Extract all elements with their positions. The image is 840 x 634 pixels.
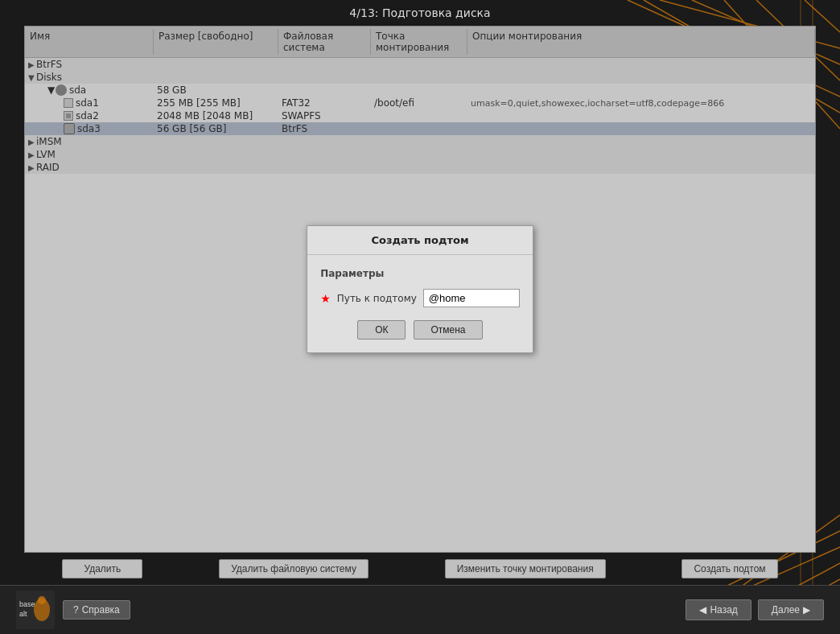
- modal-buttons: ОК Отмена: [320, 320, 520, 340]
- action-bar: Удалить Удалить файловую систему Изменит…: [0, 553, 840, 585]
- logo-icon: base alt: [16, 591, 55, 629]
- change-mount-button[interactable]: Изменить точку монтирования: [445, 559, 606, 578]
- footer: base alt ? Справка ◀ Назад Далее ▶: [0, 585, 840, 634]
- delete-button[interactable]: Удалить: [62, 559, 142, 578]
- footer-right: ◀ Назад Далее ▶: [686, 599, 824, 620]
- page-title: 4/13: Подготовка диска: [0, 0, 840, 26]
- ok-button[interactable]: ОК: [357, 320, 406, 340]
- svg-text:alt: alt: [19, 610, 27, 618]
- next-label: Далее: [772, 604, 800, 615]
- path-input[interactable]: @home: [423, 289, 520, 307]
- back-label: Назад: [710, 604, 737, 615]
- modal-overlay: Создать подтом Параметры ★ Путь к подтом…: [25, 27, 815, 552]
- help-icon: ?: [73, 604, 79, 615]
- next-arrow-icon: ▶: [803, 604, 810, 615]
- path-form-row: ★ Путь к подтому @home: [320, 289, 520, 307]
- back-arrow-icon: ◀: [699, 604, 706, 615]
- help-label: Справка: [82, 604, 120, 615]
- create-subvol-button[interactable]: Создать подтом: [681, 559, 777, 578]
- svg-point-20: [38, 596, 46, 604]
- required-star: ★: [320, 292, 331, 305]
- create-subvol-dialog: Создать подтом Параметры ★ Путь к подтом…: [307, 225, 533, 353]
- modal-title: Создать подтом: [307, 226, 533, 255]
- logo-area: base alt: [16, 591, 55, 629]
- path-label: Путь к подтому: [337, 293, 417, 304]
- back-button[interactable]: ◀ Назад: [686, 599, 751, 620]
- delete-fs-button[interactable]: Удалить файловую систему: [219, 559, 369, 578]
- disk-panel: Имя Размер [свободно] Файловая система Т…: [24, 26, 816, 553]
- footer-left: base alt ? Справка: [16, 591, 130, 629]
- modal-section-label: Параметры: [320, 268, 520, 279]
- help-button[interactable]: ? Справка: [63, 600, 130, 620]
- svg-text:base: base: [19, 600, 35, 608]
- cancel-button[interactable]: Отмена: [414, 320, 482, 340]
- next-button[interactable]: Далее ▶: [758, 599, 824, 620]
